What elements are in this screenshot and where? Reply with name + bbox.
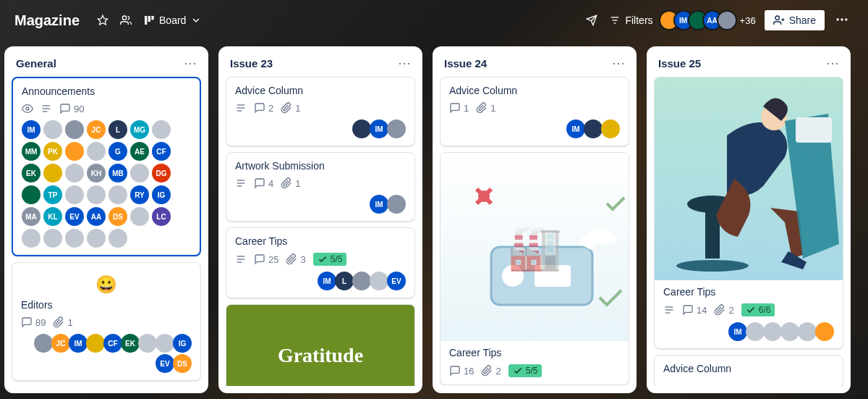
avatar[interactable]: L: [335, 272, 354, 290]
avatar[interactable]: IM: [69, 334, 88, 353]
avatar[interactable]: TP: [43, 185, 62, 204]
card[interactable]: Advice Column11IM: [440, 77, 629, 146]
avatar[interactable]: EV: [387, 272, 406, 290]
avatar[interactable]: [584, 119, 603, 138]
list-menu-button[interactable]: ⋯: [826, 56, 839, 70]
board-canvas[interactable]: General⋯Announcements90IMJCLMGMMPKGAECFE…: [0, 41, 868, 399]
avatar[interactable]: IM: [370, 119, 388, 138]
avatar[interactable]: EK: [22, 164, 41, 182]
list-title[interactable]: General: [16, 57, 56, 70]
avatar[interactable]: IM: [318, 272, 336, 290]
star-button[interactable]: [91, 10, 114, 30]
avatar[interactable]: [86, 334, 105, 353]
board-members[interactable]: IMAA: [659, 10, 737, 30]
avatar[interactable]: KL: [43, 207, 62, 226]
avatar[interactable]: [601, 119, 620, 138]
avatar[interactable]: IM: [728, 322, 747, 341]
avatar[interactable]: [352, 119, 371, 138]
card[interactable]: Career Tips2535/5IMLEV: [226, 227, 415, 298]
list-menu-button[interactable]: ⋯: [612, 56, 625, 70]
card[interactable]: 😀Editors891JCIMCFEKIGEVDS: [12, 262, 201, 381]
avatar[interactable]: [387, 195, 406, 214]
avatar[interactable]: [34, 334, 53, 353]
card[interactable]: Advice Column21IM: [226, 77, 415, 146]
avatar[interactable]: DG: [152, 164, 171, 182]
avatar[interactable]: L: [109, 120, 127, 139]
avatar[interactable]: [152, 120, 171, 139]
avatar[interactable]: [65, 142, 84, 161]
avatar[interactable]: PK: [43, 142, 62, 161]
avatar[interactable]: [43, 164, 62, 182]
view-switcher[interactable]: Board: [137, 10, 208, 30]
avatar[interactable]: [717, 10, 737, 30]
avatar[interactable]: [87, 142, 106, 161]
visibility-button[interactable]: [114, 10, 137, 30]
avatar[interactable]: [130, 207, 149, 226]
avatar[interactable]: [22, 229, 41, 248]
list-title[interactable]: Issue 23: [230, 57, 273, 70]
avatar[interactable]: KH: [87, 164, 106, 182]
avatar[interactable]: MM: [22, 142, 41, 161]
avatar[interactable]: [746, 322, 765, 341]
card[interactable]: Artwork Submission41IM: [226, 152, 415, 222]
avatar[interactable]: [370, 272, 388, 290]
avatar[interactable]: IM: [22, 120, 41, 139]
avatar[interactable]: [87, 185, 106, 204]
avatar[interactable]: IM: [566, 119, 585, 138]
list-title[interactable]: Issue 24: [444, 57, 487, 70]
avatar[interactable]: [815, 322, 834, 341]
card[interactable]: Announcements90IMJCLMGMMPKGAECFEKKHMBDGT…: [12, 77, 201, 256]
avatar[interactable]: [780, 322, 799, 341]
avatar[interactable]: [43, 120, 62, 139]
avatar[interactable]: G: [109, 142, 127, 161]
avatar[interactable]: [109, 229, 127, 248]
avatar[interactable]: JC: [51, 334, 70, 353]
avatar[interactable]: DS: [109, 207, 127, 226]
avatar[interactable]: RY: [130, 185, 149, 204]
avatar[interactable]: LC: [152, 207, 171, 226]
card[interactable]: Career Tips1625/5: [440, 152, 629, 385]
card[interactable]: Career Tips1426/6IM: [654, 77, 843, 349]
filters-button[interactable]: Filters: [603, 10, 658, 30]
avatar[interactable]: JC: [87, 120, 106, 139]
avatar[interactable]: [763, 322, 782, 341]
avatar[interactable]: EV: [65, 207, 84, 226]
avatar[interactable]: [387, 119, 406, 138]
avatar[interactable]: CF: [103, 334, 122, 353]
avatar[interactable]: [43, 229, 62, 248]
board-title[interactable]: Magazine: [14, 12, 80, 29]
avatar[interactable]: MA: [22, 207, 41, 226]
board-menu-button[interactable]: [830, 8, 854, 33]
avatar[interactable]: [87, 229, 106, 248]
card[interactable]: Gratitude: [226, 304, 415, 386]
avatar[interactable]: [65, 164, 84, 182]
avatar[interactable]: [130, 164, 149, 182]
share-button[interactable]: Share: [765, 10, 825, 30]
list-title[interactable]: Issue 25: [658, 57, 701, 70]
avatar[interactable]: [156, 334, 174, 353]
avatar[interactable]: IG: [173, 334, 192, 353]
avatar[interactable]: AE: [130, 142, 149, 161]
list-menu-button[interactable]: ⋯: [398, 56, 411, 70]
avatar[interactable]: IM: [370, 195, 388, 214]
automation-button[interactable]: [580, 10, 603, 30]
avatar[interactable]: IG: [152, 185, 171, 204]
list-menu-button[interactable]: ⋯: [184, 56, 197, 70]
avatar[interactable]: [65, 120, 84, 139]
avatar[interactable]: DS: [173, 354, 192, 373]
avatar[interactable]: [22, 185, 41, 204]
avatar[interactable]: MB: [109, 164, 127, 182]
avatar[interactable]: [109, 185, 127, 204]
avatar[interactable]: [138, 334, 157, 353]
avatar[interactable]: MG: [130, 120, 149, 139]
avatar[interactable]: AA: [87, 207, 106, 226]
card[interactable]: Advice Column: [654, 355, 843, 386]
avatar[interactable]: [65, 229, 84, 248]
avatar[interactable]: [65, 185, 84, 204]
avatar[interactable]: [352, 272, 371, 290]
avatar[interactable]: [798, 322, 817, 341]
avatar[interactable]: EV: [156, 354, 174, 373]
avatar[interactable]: EK: [121, 334, 140, 353]
avatar[interactable]: CF: [152, 142, 171, 161]
member-overflow-count[interactable]: +36: [740, 15, 756, 26]
